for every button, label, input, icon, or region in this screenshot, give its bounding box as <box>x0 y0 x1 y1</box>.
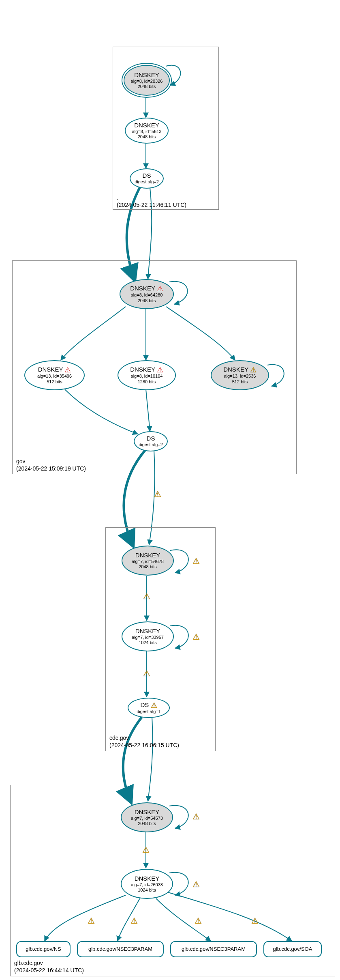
dnskey-cdc-zsk: DNSKEY alg=7, id=33957 1024 bits <box>122 621 174 651</box>
dnskey-root-zsk: DNSKEY alg=8, id=5613 2048 bits <box>125 118 169 144</box>
dnskey-root-ksk: DNSKEY alg=8, id=20326 2048 bits <box>124 65 170 96</box>
warn-red-icon: ⚠ <box>157 366 163 374</box>
rr-glb-nsec1: glb.cdc.gov/NSEC3PARAM <box>77 941 164 957</box>
warn-yellow-icon: ⚠ <box>142 846 150 854</box>
warn-yellow-icon: ⚠ <box>251 917 259 925</box>
warn-yellow-icon: ⚠ <box>88 917 95 925</box>
warn-yellow-icon: ⚠ <box>151 702 157 709</box>
warn-yellow-icon: ⚠ <box>192 633 200 641</box>
dnskey-glb-ksk: DNSKEY alg=7, id=54573 2048 bits <box>121 802 173 832</box>
zone-cdc-label: cdc.gov(2024-05-22 16:06:15 UTC) <box>109 734 179 749</box>
zone-glb-label: glb.cdc.gov(2024-05-22 16:44:14 UTC) <box>14 959 84 974</box>
warn-yellow-icon: ⚠ <box>154 490 161 498</box>
dnskey-cdc-ksk: DNSKEY alg=7, id=54678 2048 bits <box>122 546 174 576</box>
dnskey-gov-ksk: DNSKEY ⚠ alg=8, id=64280 2048 bits <box>120 279 174 309</box>
ds-root: DS digest alg=2 <box>130 168 164 189</box>
warn-yellow-icon: ⚠ <box>192 557 200 565</box>
dnskey-glb-zsk: DNSKEY alg=7, id=26033 1024 bits <box>121 869 173 899</box>
warn-yellow-icon: ⚠ <box>250 366 257 374</box>
dnskey-gov-k3: DNSKEY ⚠ alg=13, id=2536 512 bits <box>211 360 269 390</box>
warn-red-icon: ⚠ <box>157 285 163 292</box>
dnskey-gov-k1: DNSKEY ⚠ alg=13, id=35496 512 bits <box>24 360 85 390</box>
warn-red-icon: ⚠ <box>64 366 71 374</box>
warn-yellow-icon: ⚠ <box>143 669 150 677</box>
rr-glb-ns: glb.cdc.gov/NS <box>16 941 71 957</box>
dnskey-gov-k2: DNSKEY ⚠ alg=8, id=10104 1280 bits <box>118 360 176 390</box>
ds-gov: DS digest alg=2 <box>134 431 168 451</box>
warn-yellow-icon: ⚠ <box>192 880 200 888</box>
warn-yellow-icon: ⚠ <box>192 812 200 821</box>
warn-yellow-icon: ⚠ <box>130 917 138 925</box>
ds-cdc: DS ⚠ digest alg=1 <box>128 698 170 718</box>
warn-yellow-icon: ⚠ <box>195 917 202 925</box>
rr-glb-soa: glb.cdc.gov/SOA <box>263 941 322 957</box>
zone-root-label: .(2024-05-22 11:46:11 UTC) <box>117 194 186 208</box>
warn-yellow-icon: ⚠ <box>143 592 150 600</box>
zone-gov-label: gov(2024-05-22 15:09:19 UTC) <box>16 458 86 472</box>
rr-glb-nsec2: glb.cdc.gov/NSEC3PARAM <box>170 941 257 957</box>
